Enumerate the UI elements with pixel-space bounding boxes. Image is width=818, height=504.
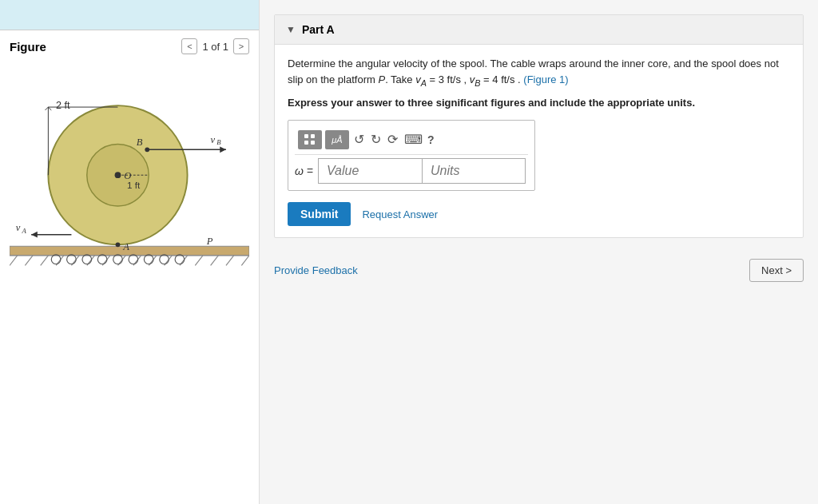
request-answer-link[interactable]: Request Answer — [362, 208, 438, 220]
value-input[interactable] — [318, 158, 422, 184]
units-input[interactable] — [422, 158, 526, 184]
svg-text:v: v — [16, 222, 21, 233]
right-panel: ▼ Part A Determine the angular velocity … — [260, 0, 818, 504]
svg-point-25 — [160, 255, 169, 264]
figure-section: Figure < 1 of 1 > — [0, 30, 259, 504]
svg-text:2 ft: 2 ft — [56, 100, 70, 111]
svg-marker-40 — [31, 232, 38, 238]
part-title: Part A — [302, 23, 335, 36]
svg-point-26 — [175, 255, 185, 264]
svg-marker-36 — [220, 146, 226, 153]
figure-prev-button[interactable]: < — [181, 38, 197, 54]
svg-point-24 — [144, 255, 153, 264]
svg-line-3 — [25, 256, 33, 266]
svg-text:A: A — [21, 227, 26, 235]
figure-next-button[interactable]: > — [233, 38, 249, 54]
svg-line-4 — [41, 256, 49, 266]
svg-text:1 ft: 1 ft — [127, 180, 141, 190]
svg-point-23 — [129, 255, 138, 264]
figure-image-area: O B A v B v A — [10, 61, 249, 300]
svg-point-21 — [97, 255, 107, 264]
action-row: Submit Request Answer — [288, 202, 790, 226]
matrix-button[interactable] — [298, 130, 322, 149]
spool-diagram: O B A v B v A — [10, 61, 249, 300]
part-header: ▼ Part A — [275, 15, 803, 45]
figure-title-bar: Figure < 1 of 1 > — [10, 38, 249, 54]
svg-rect-0 — [10, 246, 249, 256]
bottom-bar: Provide Feedback Next > — [260, 246, 818, 295]
svg-point-19 — [67, 255, 77, 264]
input-row: ω = — [295, 158, 528, 184]
toolbar-row: μÅ ↺ ↻ ⟳ ⌨ ? — [295, 127, 528, 155]
part-body: Determine the angular velocity of the sp… — [275, 45, 803, 237]
svg-point-22 — [113, 255, 123, 264]
figure-title: Figure — [10, 40, 46, 54]
svg-text:B: B — [216, 138, 221, 146]
svg-rect-54 — [311, 141, 315, 145]
provide-feedback-link[interactable]: Provide Feedback — [274, 264, 358, 276]
svg-line-16 — [226, 256, 234, 266]
mu-button[interactable]: μÅ — [325, 130, 349, 149]
svg-text:B: B — [137, 137, 143, 148]
svg-text:v: v — [211, 134, 216, 145]
svg-point-18 — [51, 255, 61, 264]
redo-button[interactable]: ↻ — [369, 133, 383, 146]
part-section: ▼ Part A Determine the angular velocity … — [274, 14, 804, 238]
svg-line-14 — [195, 256, 203, 266]
omega-label: ω = — [295, 165, 313, 177]
left-header — [0, 0, 259, 30]
svg-text:A: A — [122, 241, 129, 252]
next-button[interactable]: Next > — [749, 259, 804, 282]
svg-rect-53 — [304, 141, 308, 145]
svg-rect-52 — [311, 134, 315, 138]
svg-line-17 — [241, 256, 249, 266]
svg-point-20 — [82, 255, 92, 264]
problem-text: Determine the angular velocity of the sp… — [288, 56, 790, 89]
answer-box: μÅ ↺ ↻ ⟳ ⌨ ? ω = — [288, 120, 535, 191]
submit-button[interactable]: Submit — [288, 202, 351, 226]
collapse-icon: ▼ — [286, 24, 296, 35]
svg-line-45 — [46, 107, 49, 110]
instruction-text: Express your answer to three significant… — [288, 97, 790, 109]
figure-page-label: 1 of 1 — [202, 41, 228, 53]
reset-button[interactable]: ⟳ — [386, 133, 399, 146]
help-button[interactable]: ? — [427, 133, 435, 146]
undo-button[interactable]: ↺ — [352, 133, 366, 146]
figure-link[interactable]: (Figure 1) — [523, 73, 568, 85]
svg-rect-51 — [304, 134, 308, 138]
svg-line-2 — [10, 256, 18, 266]
keyboard-button[interactable]: ⌨ — [403, 133, 424, 146]
svg-text:P: P — [206, 236, 213, 247]
left-panel: Figure < 1 of 1 > — [0, 0, 260, 504]
svg-line-15 — [211, 256, 219, 266]
svg-point-33 — [116, 242, 121, 247]
figure-nav: < 1 of 1 > — [181, 38, 249, 54]
svg-line-46 — [48, 107, 51, 110]
